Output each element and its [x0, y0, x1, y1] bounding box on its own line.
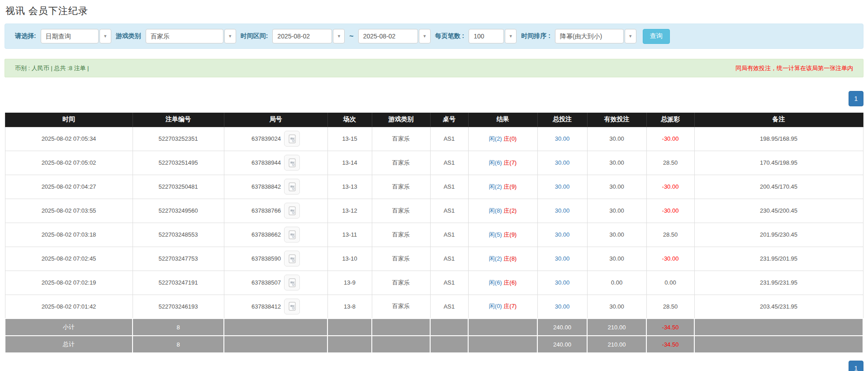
cell-valid-bet: 30.00 [587, 127, 646, 151]
time-sort-label: 时间排序 : [521, 32, 550, 40]
table-body: 2025-08-02 07:05:34 522703252351 6378390… [5, 127, 863, 319]
summary-bar: 币别 : 人民币 | 总共 :8 注单 | 同局有效投注，统一计算在该局第一张注… [5, 59, 863, 77]
cell-round-number: 637838412 [224, 295, 327, 319]
cell-valid-bet: 30.00 [587, 151, 646, 175]
cell-table-number: AS1 [430, 175, 468, 199]
cell-remark: 200.45/170.45 [694, 175, 863, 199]
cell-game-type: 百家乐 [372, 175, 430, 199]
date-from-select[interactable]: 2025-08-02 ▼ [272, 29, 345, 43]
page-1-button[interactable]: 1 [849, 91, 863, 106]
cell-session: 13-14 [327, 151, 372, 175]
select-type-label: 请选择: [15, 32, 36, 40]
result-banker: 庄(9) [503, 231, 517, 238]
chevron-down-icon: ▼ [625, 29, 636, 43]
table-row: 2025-08-02 07:01:42 522703246193 6378384… [5, 295, 863, 319]
column-header: 场次 [327, 113, 372, 127]
chevron-down-icon: ▼ [224, 29, 236, 43]
subtotal-count: 8 [133, 319, 224, 336]
cell-remark: 230.45/200.45 [694, 199, 863, 223]
total-count: 8 [133, 336, 224, 353]
total-bet-link[interactable]: 30.00 [555, 279, 570, 286]
total-bet-link[interactable]: 30.00 [555, 231, 570, 238]
video-replay-button[interactable] [284, 155, 300, 171]
per-page-label: 每页笔数 : [435, 32, 465, 40]
cell-table-number: AS1 [430, 271, 468, 295]
cell-session: 13-8 [327, 295, 372, 319]
cell-bet-number: 522703246193 [133, 295, 224, 319]
cell-payout: -30.00 [646, 175, 694, 199]
cell-result: 闲(2) 庄(9) [468, 175, 537, 199]
page-title: 视讯 会员下注纪录 [5, 5, 863, 17]
total-bet-link[interactable]: 30.00 [555, 159, 570, 166]
time-range-label: 时间区间: [241, 32, 268, 40]
cell-valid-bet: 0.00 [587, 271, 646, 295]
video-replay-button[interactable] [284, 299, 300, 314]
subtotal-valid-bet: 210.00 [587, 319, 646, 336]
cell-session: 13-15 [327, 127, 372, 151]
query-type-select[interactable]: 日期查询 ▼ [41, 29, 111, 43]
total-bet-link[interactable]: 30.00 [555, 207, 570, 214]
page-1-button[interactable]: 1 [849, 361, 863, 371]
cell-game-type: 百家乐 [372, 295, 430, 319]
cell-table-number: AS1 [430, 295, 468, 319]
result-player: 闲(5) [489, 231, 502, 238]
chevron-down-icon: ▼ [100, 29, 111, 43]
cell-time: 2025-08-02 07:05:02 [5, 151, 133, 175]
cell-session: 13-12 [327, 199, 372, 223]
result-banker: 庄(8) [503, 255, 517, 262]
per-page-select[interactable]: 100 ▼ [469, 29, 517, 43]
column-header: 总派彩 [646, 113, 694, 127]
cell-round-number: 637838507 [224, 271, 327, 295]
cell-time: 2025-08-02 07:04:27 [5, 175, 133, 199]
table-row: 2025-08-02 07:03:55 522703249560 6378387… [5, 199, 863, 223]
column-header: 局号 [224, 113, 327, 127]
total-label: 总计 [5, 336, 133, 353]
cell-total-bet: 30.00 [537, 223, 587, 247]
cell-total-bet: 30.00 [537, 151, 587, 175]
cell-bet-number: 522703250481 [133, 175, 224, 199]
cell-table-number: AS1 [430, 223, 468, 247]
cell-result: 闲(6) 庄(6) [468, 271, 537, 295]
cell-game-type: 百家乐 [372, 127, 430, 151]
cell-table-number: AS1 [430, 199, 468, 223]
game-type-select[interactable]: 百家乐 ▼ [146, 29, 236, 43]
total-bet-link[interactable]: 30.00 [555, 303, 570, 310]
cell-payout: 0.00 [646, 271, 694, 295]
cell-valid-bet: 30.00 [587, 247, 646, 271]
cell-session: 13-13 [327, 175, 372, 199]
subtotal-label: 小计 [5, 319, 133, 336]
search-button[interactable]: 查询 [643, 29, 670, 44]
cell-bet-number: 522703247191 [133, 271, 224, 295]
cell-table-number: AS1 [430, 151, 468, 175]
round-number-text: 637838944 [251, 159, 281, 166]
game-type-label: 游戏类别 [116, 32, 141, 40]
video-replay-button[interactable] [284, 203, 300, 219]
cell-remark: 231.95/231.95 [694, 271, 863, 295]
cell-bet-number: 522703249560 [133, 199, 224, 223]
video-replay-button[interactable] [284, 251, 300, 266]
cell-result: 闲(6) 庄(7) [468, 151, 537, 175]
round-number-text: 637838766 [251, 207, 281, 214]
cell-payout: -30.00 [646, 247, 694, 271]
date-to-select[interactable]: 2025-08-02 ▼ [358, 29, 431, 43]
total-bet-link[interactable]: 30.00 [555, 135, 570, 142]
video-replay-button[interactable] [284, 275, 300, 290]
video-replay-button[interactable] [284, 227, 300, 243]
video-icon [287, 230, 297, 240]
subtotal-row: 小计 8 240.00 210.00 -34.50 [5, 319, 863, 336]
table-row: 2025-08-02 07:04:27 522703250481 6378388… [5, 175, 863, 199]
cell-payout: -30.00 [646, 127, 694, 151]
video-icon [287, 206, 297, 216]
total-bet-link[interactable]: 30.00 [555, 183, 570, 190]
result-banker: 庄(7) [503, 303, 517, 309]
column-header: 注单编号 [133, 113, 224, 127]
round-number-text: 637838507 [251, 279, 281, 286]
video-replay-button[interactable] [284, 179, 300, 195]
cell-result: 闲(2) 庄(8) [468, 247, 537, 271]
time-sort-select[interactable]: 降幂(由大到小) ▼ [555, 29, 636, 43]
cell-result: 闲(8) 庄(2) [468, 199, 537, 223]
video-replay-button[interactable] [284, 131, 300, 147]
total-bet-link[interactable]: 30.00 [555, 255, 570, 262]
cell-game-type: 百家乐 [372, 151, 430, 175]
video-icon [287, 254, 297, 264]
